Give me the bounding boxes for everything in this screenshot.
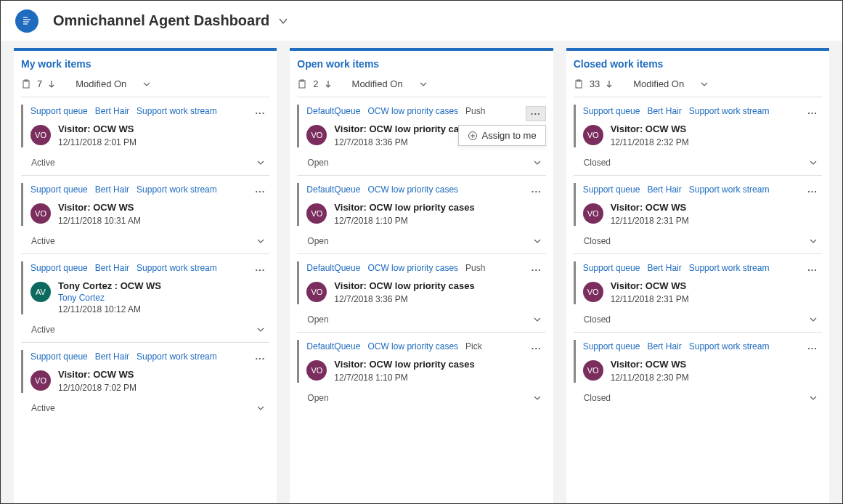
chevron-down-icon[interactable] bbox=[809, 158, 818, 167]
more-icon[interactable]: ··· bbox=[803, 263, 822, 277]
card-subtitle[interactable]: Tony Cortez bbox=[58, 293, 161, 303]
card-tag[interactable]: OCW low priority cases bbox=[367, 341, 458, 351]
card-tag[interactable]: Support queue bbox=[583, 184, 640, 195]
card-title: Visitor: OCW WS bbox=[611, 280, 689, 293]
work-item-card[interactable]: Support queueBert HairSupport work strea… bbox=[574, 175, 822, 253]
card-tag[interactable]: Support queue bbox=[583, 341, 640, 351]
card-tag[interactable]: OCW low priority cases bbox=[367, 106, 458, 116]
card-list: Support queueBert HairSupport work strea… bbox=[14, 97, 277, 420]
work-item-card[interactable]: DefaultQueueOCW low priority casesPick ·… bbox=[297, 332, 545, 410]
chevron-down-icon[interactable] bbox=[809, 315, 818, 324]
chevron-down-icon[interactable] bbox=[256, 404, 265, 412]
work-item-card[interactable]: DefaultQueueOCW low priority casesPush ·… bbox=[297, 97, 545, 175]
dashboard-body: My work items 7 Modified On Support queu… bbox=[1, 41, 842, 503]
card-tag[interactable]: Support queue bbox=[583, 263, 640, 273]
more-icon[interactable]: ··· bbox=[803, 184, 822, 198]
assign-to-me-menuitem[interactable]: Assign to me bbox=[482, 130, 537, 141]
card-tag[interactable]: Support queue bbox=[583, 106, 640, 116]
sort-field-label[interactable]: Modified On bbox=[633, 78, 684, 89]
card-tags: DefaultQueueOCW low priority cases bbox=[306, 183, 545, 195]
card-tag[interactable]: Bert Hair bbox=[95, 184, 129, 195]
card-tag[interactable]: Bert Hair bbox=[647, 184, 681, 195]
work-item-card[interactable]: Support queueBert HairSupport work strea… bbox=[21, 342, 269, 420]
sort-down-icon[interactable] bbox=[325, 80, 332, 89]
clipboard-icon[interactable] bbox=[574, 79, 584, 89]
chevron-down-icon[interactable] bbox=[533, 158, 542, 167]
card-tag[interactable]: OCW low priority cases bbox=[367, 184, 458, 195]
chevron-down-icon[interactable] bbox=[533, 394, 542, 402]
clipboard-icon[interactable] bbox=[21, 79, 31, 89]
more-icon[interactable]: ··· bbox=[803, 341, 822, 355]
sort-field-label[interactable]: Modified On bbox=[76, 78, 126, 89]
card-tag[interactable]: Support queue bbox=[30, 351, 88, 362]
card-tag[interactable]: Bert Hair bbox=[95, 106, 129, 116]
work-item-card[interactable]: DefaultQueueOCW low priority casesPush ·… bbox=[297, 253, 545, 332]
card-tags: Support queueBert HairSupport work strea… bbox=[30, 261, 269, 273]
card-status: Closed bbox=[584, 158, 611, 168]
chevron-down-icon[interactable] bbox=[256, 325, 265, 334]
card-tags: Support queueBert HairSupport work strea… bbox=[583, 183, 822, 195]
chevron-down-icon[interactable] bbox=[278, 16, 288, 26]
card-tag[interactable]: Support work stream bbox=[689, 341, 770, 351]
card-tag[interactable]: Support work stream bbox=[137, 106, 217, 116]
card-tag[interactable]: Support work stream bbox=[137, 184, 217, 195]
work-item-card[interactable]: DefaultQueueOCW low priority cases ··· V… bbox=[297, 175, 545, 253]
work-item-card[interactable]: Support queueBert HairSupport work strea… bbox=[574, 97, 822, 175]
sort-down-icon[interactable] bbox=[606, 80, 613, 89]
chevron-down-icon[interactable] bbox=[256, 237, 265, 245]
sort-field-label[interactable]: Modified On bbox=[352, 78, 403, 89]
card-status: Closed bbox=[584, 393, 611, 403]
avatar: VO bbox=[30, 125, 51, 145]
card-tag[interactable]: OCW low priority cases bbox=[367, 263, 458, 273]
sort-down-icon[interactable] bbox=[48, 80, 55, 89]
chevron-down-icon[interactable] bbox=[700, 80, 709, 89]
column-header: Closed work items bbox=[566, 51, 829, 74]
more-icon[interactable]: ··· bbox=[251, 184, 269, 198]
more-icon[interactable]: ··· bbox=[803, 106, 822, 120]
card-tag[interactable]: Support work stream bbox=[137, 263, 217, 273]
more-icon[interactable]: ··· bbox=[527, 263, 546, 277]
card-tag[interactable]: Support queue bbox=[30, 263, 88, 273]
chevron-down-icon[interactable] bbox=[809, 237, 818, 245]
more-icon[interactable]: ··· bbox=[251, 106, 269, 120]
chevron-down-icon[interactable] bbox=[533, 237, 542, 245]
card-tag[interactable]: Bert Hair bbox=[647, 106, 681, 116]
card-tag[interactable]: Support work stream bbox=[689, 106, 770, 116]
chevron-down-icon[interactable] bbox=[419, 80, 428, 89]
more-icon[interactable]: ··· bbox=[526, 106, 546, 121]
card-tags: Support queueBert HairSupport work strea… bbox=[30, 350, 269, 362]
more-icon[interactable]: ··· bbox=[527, 184, 546, 198]
work-item-card[interactable]: Support queueBert HairSupport work strea… bbox=[574, 332, 822, 410]
more-icon[interactable]: ··· bbox=[251, 351, 269, 365]
chevron-down-icon[interactable] bbox=[809, 394, 818, 402]
card-tag[interactable]: Bert Hair bbox=[647, 341, 681, 351]
card-tag[interactable]: Bert Hair bbox=[647, 263, 681, 273]
card-tag[interactable]: Support work stream bbox=[689, 263, 770, 273]
card-tag[interactable]: DefaultQueue bbox=[306, 184, 360, 195]
chevron-down-icon[interactable] bbox=[256, 158, 265, 167]
work-item-card[interactable]: Support queueBert HairSupport work strea… bbox=[21, 97, 269, 175]
card-title: Visitor: OCW WS bbox=[611, 359, 689, 371]
card-title: Visitor: OCW low priority cases bbox=[334, 280, 474, 293]
work-item-card[interactable]: Support queueBert HairSupport work strea… bbox=[21, 253, 269, 342]
clipboard-icon[interactable] bbox=[297, 79, 307, 89]
card-tags: DefaultQueueOCW low priority casesPick bbox=[306, 340, 545, 351]
work-item-card[interactable]: Support queueBert HairSupport work strea… bbox=[21, 175, 269, 253]
more-icon[interactable]: ··· bbox=[251, 263, 269, 277]
card-tag[interactable]: Bert Hair bbox=[95, 351, 129, 362]
card-tag[interactable]: Bert Hair bbox=[95, 263, 129, 273]
card-tag[interactable]: Support queue bbox=[30, 106, 88, 116]
card-tag[interactable]: DefaultQueue bbox=[306, 106, 360, 116]
more-icon[interactable]: ··· bbox=[527, 341, 546, 355]
column-title: Open work items bbox=[297, 58, 545, 70]
work-item-card[interactable]: Support queueBert HairSupport work strea… bbox=[574, 253, 822, 332]
column-toolbar: 2 Modified On bbox=[290, 74, 553, 97]
column-header: My work items bbox=[14, 51, 277, 74]
card-tag[interactable]: DefaultQueue bbox=[306, 341, 360, 351]
card-tag[interactable]: Support work stream bbox=[137, 351, 217, 362]
chevron-down-icon[interactable] bbox=[533, 315, 542, 324]
card-tag[interactable]: Support work stream bbox=[689, 184, 770, 195]
card-tag[interactable]: DefaultQueue bbox=[306, 263, 360, 273]
card-tag[interactable]: Support queue bbox=[30, 184, 88, 195]
chevron-down-icon[interactable] bbox=[142, 80, 151, 89]
